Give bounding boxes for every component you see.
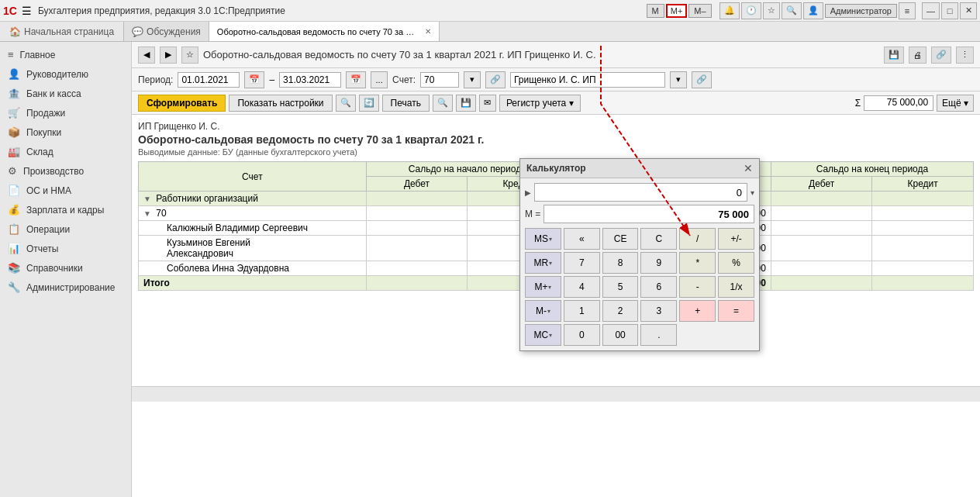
scroll-area[interactable] xyxy=(132,386,980,402)
sidebar-item-spravochniki[interactable]: 📚 Справочники xyxy=(0,258,131,278)
forward-button[interactable]: ▶ xyxy=(160,47,177,64)
plus-button[interactable]: + xyxy=(679,300,716,322)
account-link-button[interactable]: 🔗 xyxy=(485,71,506,88)
organization-input[interactable] xyxy=(510,72,665,88)
calculator-display[interactable] xyxy=(534,183,747,202)
num7-button[interactable]: 7 xyxy=(564,252,600,274)
form-button[interactable]: Сформировать xyxy=(138,95,226,112)
sidebar-item-glavnoe[interactable]: ≡ Главное xyxy=(0,45,131,64)
num6-button[interactable]: 6 xyxy=(640,276,677,298)
inv-button[interactable]: 1/x xyxy=(718,276,754,298)
num8-button[interactable]: 8 xyxy=(602,252,639,274)
email-button[interactable]: ✉ xyxy=(479,95,496,112)
star-button[interactable]: ☆ xyxy=(763,2,780,19)
memory-row: M = xyxy=(525,205,754,223)
cell xyxy=(872,221,974,236)
more-button[interactable]: Ещё ▾ xyxy=(937,95,974,112)
print-preview-button[interactable]: 🔍 xyxy=(433,95,453,112)
M-button[interactable]: M xyxy=(647,4,664,18)
dot-button[interactable]: . xyxy=(640,324,677,346)
print-button[interactable]: Печать xyxy=(382,95,430,112)
user-button[interactable]: 👤 xyxy=(803,2,823,19)
num00-button[interactable]: 00 xyxy=(602,324,639,346)
num0-button[interactable]: 0 xyxy=(564,324,600,346)
org-dropdown-button[interactable]: ▾ xyxy=(670,71,687,88)
more-header-button[interactable]: ⋮ xyxy=(956,47,974,64)
ce-button[interactable]: CE xyxy=(602,228,639,250)
mr-button[interactable]: MR ▾ xyxy=(525,252,561,274)
tab-discussions[interactable]: 💬 Обсуждения xyxy=(124,22,209,41)
display-dropdown[interactable]: ▾ xyxy=(751,188,754,197)
sidebar-item-administrirovanie[interactable]: 🔧 Администрирование xyxy=(0,278,131,297)
tab-home[interactable]: 🏠 Начальная страница xyxy=(0,22,124,41)
num4-button[interactable]: 4 xyxy=(564,276,600,298)
sidebar-item-operacii[interactable]: 📋 Операции xyxy=(0,219,131,239)
collapse-button[interactable]: ▼ xyxy=(143,195,151,203)
account-input[interactable] xyxy=(420,72,459,88)
mminus-calc-button[interactable]: M- ▾ xyxy=(525,300,561,322)
sidebar-item-os-nma[interactable]: 📄 ОС и НМА xyxy=(0,181,131,200)
cell xyxy=(872,192,974,206)
bookmark-button[interactable]: ☆ xyxy=(181,47,198,64)
tab-report[interactable]: Оборотно-сальдовая ведомость по счету 70… xyxy=(209,22,440,41)
sidebar-item-proizvodstvo[interactable]: ⚙ Производство xyxy=(0,161,131,181)
minus-button[interactable]: - xyxy=(679,276,716,298)
hamburger-icon[interactable]: ☰ xyxy=(22,5,32,17)
backspace-button[interactable]: « xyxy=(564,228,600,250)
calendar-to-button[interactable]: 📅 xyxy=(346,71,366,88)
num1-button[interactable]: 1 xyxy=(564,300,600,322)
calculator-close-button[interactable]: ✕ xyxy=(744,162,753,174)
period-from-input[interactable] xyxy=(178,72,240,88)
admin-button[interactable]: Администратор xyxy=(825,4,897,18)
sidebar-item-prodazhi[interactable]: 🛒 Продажи xyxy=(0,103,131,123)
search-report-button[interactable]: 🔍 xyxy=(336,95,356,112)
period-extra-button[interactable]: ... xyxy=(371,71,388,88)
plusminus-button[interactable]: +/- xyxy=(718,228,754,250)
pct-button[interactable]: % xyxy=(718,252,754,274)
sidebar-item-otchety[interactable]: 📊 Отчеты xyxy=(0,239,131,258)
Mminus-button[interactable]: M– xyxy=(688,4,711,18)
num9-button[interactable]: 9 xyxy=(640,252,677,274)
mplus-calc-button[interactable]: M+ ▾ xyxy=(525,276,561,298)
div-button[interactable]: / xyxy=(679,228,716,250)
sidebar-item-zarplata[interactable]: 💰 Зарплата и кадры xyxy=(0,200,131,219)
sidebar-item-rukovoditelyu[interactable]: 👤 Руководителю xyxy=(0,64,131,84)
Mplus-button[interactable]: M+ xyxy=(666,4,688,18)
save-report-button[interactable]: 💾 xyxy=(456,95,476,112)
sidebar-label-glavnoe: Главное xyxy=(20,50,56,60)
num5-button[interactable]: 5 xyxy=(602,276,639,298)
c-button[interactable]: C xyxy=(640,228,677,250)
save-button[interactable]: 💾 xyxy=(884,47,904,64)
num3-button[interactable]: 3 xyxy=(640,300,677,322)
refresh-button[interactable]: 🔄 xyxy=(359,95,379,112)
num2-button[interactable]: 2 xyxy=(602,300,639,322)
window-minimize-button[interactable]: — xyxy=(922,2,940,19)
sidebar-item-pokupki[interactable]: 📦 Покупки xyxy=(0,123,131,142)
calendar-from-button[interactable]: 📅 xyxy=(244,71,264,88)
glavnoe-icon: ≡ xyxy=(8,49,14,60)
account-dropdown-button[interactable]: ▾ xyxy=(464,71,481,88)
search-button[interactable]: 🔍 xyxy=(782,2,802,19)
link-button[interactable]: 🔗 xyxy=(931,47,951,64)
eq-button[interactable]: = xyxy=(718,300,754,322)
window-maximize-button[interactable]: □ xyxy=(941,2,958,19)
history-button[interactable]: 🕐 xyxy=(741,2,761,19)
sidebar-item-bank[interactable]: 🏦 Банк и касса xyxy=(0,84,131,103)
period-to-input[interactable] xyxy=(279,72,341,88)
memory-display[interactable] xyxy=(543,205,754,223)
register-button[interactable]: Регистр учета ▾ xyxy=(499,95,581,112)
collapse-70-button[interactable]: ▼ xyxy=(143,209,151,218)
menu-button[interactable]: ≡ xyxy=(899,2,916,19)
sidebar-item-sklad[interactable]: 🏭 Склад xyxy=(0,142,131,161)
org-link-button[interactable]: 🔗 xyxy=(692,71,712,88)
ms-button[interactable]: MS ▾ xyxy=(525,228,561,250)
bell-button[interactable]: 🔔 xyxy=(719,2,740,19)
mc-button[interactable]: MC ▾ xyxy=(525,324,561,346)
settings-button[interactable]: Показать настройки xyxy=(229,95,332,112)
mul-button[interactable]: * xyxy=(679,252,716,274)
window-close-button[interactable]: ✕ xyxy=(960,2,977,19)
cell xyxy=(771,206,872,221)
back-button[interactable]: ◀ xyxy=(138,47,155,64)
tab-close-button[interactable]: ✕ xyxy=(425,27,431,36)
print-header-button[interactable]: 🖨 xyxy=(909,47,927,64)
